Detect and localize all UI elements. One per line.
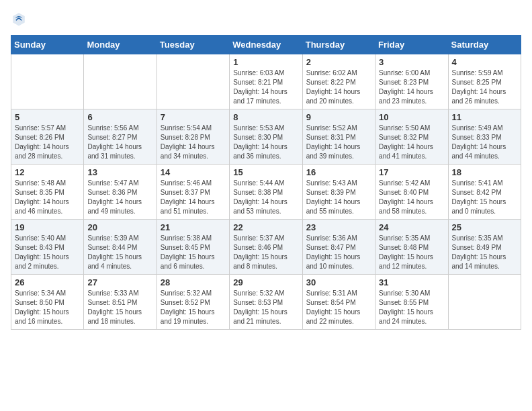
calendar-cell: 14Sunrise: 5:46 AM Sunset: 8:37 PM Dayli… (157, 165, 229, 220)
calendar-cell: 29Sunrise: 5:32 AM Sunset: 8:53 PM Dayli… (230, 275, 302, 330)
day-info: Sunrise: 5:40 AM Sunset: 8:43 PM Dayligh… (15, 234, 80, 271)
day-info: Sunrise: 5:43 AM Sunset: 8:39 PM Dayligh… (306, 179, 371, 216)
calendar-cell: 19Sunrise: 5:40 AM Sunset: 8:43 PM Dayli… (11, 220, 84, 275)
day-number: 26 (15, 277, 80, 287)
day-number: 24 (379, 222, 444, 232)
logo (11, 11, 30, 27)
day-number: 29 (233, 277, 298, 287)
day-number: 6 (87, 112, 152, 122)
calendar-cell: 17Sunrise: 5:42 AM Sunset: 8:40 PM Dayli… (375, 165, 448, 220)
calendar-cell: 5Sunrise: 5:57 AM Sunset: 8:26 PM Daylig… (11, 109, 84, 165)
day-info: Sunrise: 5:32 AM Sunset: 8:53 PM Dayligh… (233, 289, 298, 326)
calendar-header-row: SundayMondayTuesdayWednesdayThursdayFrid… (11, 36, 521, 54)
day-info: Sunrise: 5:52 AM Sunset: 8:31 PM Dayligh… (306, 124, 371, 161)
day-info: Sunrise: 5:46 AM Sunset: 8:37 PM Dayligh… (161, 179, 226, 216)
day-number: 15 (233, 167, 298, 177)
day-number: 11 (452, 112, 517, 122)
day-number: 7 (161, 112, 226, 122)
calendar-cell: 24Sunrise: 5:35 AM Sunset: 8:48 PM Dayli… (375, 220, 448, 275)
day-info: Sunrise: 5:38 AM Sunset: 8:45 PM Dayligh… (161, 234, 226, 271)
weekday-header: Saturday (448, 36, 521, 54)
day-info: Sunrise: 5:39 AM Sunset: 8:44 PM Dayligh… (87, 234, 152, 271)
day-number: 12 (15, 167, 80, 177)
day-info: Sunrise: 6:03 AM Sunset: 8:21 PM Dayligh… (233, 68, 298, 106)
day-number: 3 (379, 57, 444, 67)
calendar-cell (448, 275, 521, 330)
calendar-week-row: 5Sunrise: 5:57 AM Sunset: 8:26 PM Daylig… (11, 109, 521, 165)
day-info: Sunrise: 5:54 AM Sunset: 8:28 PM Dayligh… (161, 124, 226, 161)
day-number: 18 (452, 167, 517, 177)
day-number: 14 (161, 167, 226, 177)
day-info: Sunrise: 5:42 AM Sunset: 8:40 PM Dayligh… (379, 179, 444, 216)
calendar-cell (157, 54, 229, 109)
calendar-week-row: 26Sunrise: 5:34 AM Sunset: 8:50 PM Dayli… (11, 275, 521, 330)
day-info: Sunrise: 6:00 AM Sunset: 8:23 PM Dayligh… (379, 68, 444, 106)
calendar-cell: 26Sunrise: 5:34 AM Sunset: 8:50 PM Dayli… (11, 275, 84, 330)
day-info: Sunrise: 5:31 AM Sunset: 8:54 PM Dayligh… (306, 289, 371, 326)
day-info: Sunrise: 5:34 AM Sunset: 8:50 PM Dayligh… (15, 289, 80, 326)
calendar-cell: 9Sunrise: 5:52 AM Sunset: 8:31 PM Daylig… (302, 109, 375, 165)
calendar-cell: 6Sunrise: 5:56 AM Sunset: 8:27 PM Daylig… (84, 109, 157, 165)
day-number: 22 (233, 222, 298, 232)
day-info: Sunrise: 5:50 AM Sunset: 8:32 PM Dayligh… (379, 124, 444, 161)
calendar-cell: 28Sunrise: 5:32 AM Sunset: 8:52 PM Dayli… (157, 275, 229, 330)
calendar-cell: 16Sunrise: 5:43 AM Sunset: 8:39 PM Dayli… (302, 165, 375, 220)
day-number: 9 (306, 112, 371, 122)
calendar-cell: 7Sunrise: 5:54 AM Sunset: 8:28 PM Daylig… (157, 109, 229, 165)
page-header (11, 11, 521, 27)
calendar-cell (11, 54, 84, 109)
day-number: 4 (452, 57, 517, 67)
calendar-cell: 12Sunrise: 5:48 AM Sunset: 8:35 PM Dayli… (11, 165, 84, 220)
day-info: Sunrise: 6:02 AM Sunset: 8:22 PM Dayligh… (306, 68, 371, 106)
day-number: 31 (379, 277, 444, 287)
weekday-header: Sunday (11, 36, 84, 54)
calendar-cell: 8Sunrise: 5:53 AM Sunset: 8:30 PM Daylig… (230, 109, 302, 165)
calendar-cell: 1Sunrise: 6:03 AM Sunset: 8:21 PM Daylig… (230, 54, 302, 109)
logo-icon (11, 11, 27, 27)
calendar-cell (84, 54, 157, 109)
day-info: Sunrise: 5:53 AM Sunset: 8:30 PM Dayligh… (233, 124, 298, 161)
day-number: 1 (233, 57, 298, 67)
calendar-cell: 30Sunrise: 5:31 AM Sunset: 8:54 PM Dayli… (302, 275, 375, 330)
day-number: 21 (161, 222, 226, 232)
day-number: 10 (379, 112, 444, 122)
calendar-cell: 13Sunrise: 5:47 AM Sunset: 8:36 PM Dayli… (84, 165, 157, 220)
weekday-header: Wednesday (230, 36, 302, 54)
calendar-cell: 10Sunrise: 5:50 AM Sunset: 8:32 PM Dayli… (375, 109, 448, 165)
day-info: Sunrise: 5:30 AM Sunset: 8:55 PM Dayligh… (379, 289, 444, 326)
day-number: 28 (161, 277, 226, 287)
day-number: 5 (15, 112, 80, 122)
calendar-cell: 2Sunrise: 6:02 AM Sunset: 8:22 PM Daylig… (302, 54, 375, 109)
day-info: Sunrise: 5:47 AM Sunset: 8:36 PM Dayligh… (87, 179, 152, 216)
day-info: Sunrise: 5:59 AM Sunset: 8:25 PM Dayligh… (452, 68, 517, 106)
calendar-cell: 31Sunrise: 5:30 AM Sunset: 8:55 PM Dayli… (375, 275, 448, 330)
day-info: Sunrise: 5:48 AM Sunset: 8:35 PM Dayligh… (15, 179, 80, 216)
calendar-cell: 21Sunrise: 5:38 AM Sunset: 8:45 PM Dayli… (157, 220, 229, 275)
calendar-cell: 23Sunrise: 5:36 AM Sunset: 8:47 PM Dayli… (302, 220, 375, 275)
calendar-week-row: 19Sunrise: 5:40 AM Sunset: 8:43 PM Dayli… (11, 220, 521, 275)
day-info: Sunrise: 5:33 AM Sunset: 8:51 PM Dayligh… (87, 289, 152, 326)
day-number: 2 (306, 57, 371, 67)
day-number: 8 (233, 112, 298, 122)
calendar-cell: 20Sunrise: 5:39 AM Sunset: 8:44 PM Dayli… (84, 220, 157, 275)
day-info: Sunrise: 5:37 AM Sunset: 8:46 PM Dayligh… (233, 234, 298, 271)
calendar-cell: 25Sunrise: 5:35 AM Sunset: 8:49 PM Dayli… (448, 220, 521, 275)
calendar-cell: 15Sunrise: 5:44 AM Sunset: 8:38 PM Dayli… (230, 165, 302, 220)
day-info: Sunrise: 5:56 AM Sunset: 8:27 PM Dayligh… (87, 124, 152, 161)
calendar-cell: 11Sunrise: 5:49 AM Sunset: 8:33 PM Dayli… (448, 109, 521, 165)
day-number: 23 (306, 222, 371, 232)
day-number: 27 (87, 277, 152, 287)
day-number: 20 (87, 222, 152, 232)
svg-marker-0 (13, 13, 25, 26)
day-info: Sunrise: 5:44 AM Sunset: 8:38 PM Dayligh… (233, 179, 298, 216)
day-info: Sunrise: 5:57 AM Sunset: 8:26 PM Dayligh… (15, 124, 80, 161)
day-number: 25 (452, 222, 517, 232)
calendar-cell: 22Sunrise: 5:37 AM Sunset: 8:46 PM Dayli… (230, 220, 302, 275)
calendar-cell: 4Sunrise: 5:59 AM Sunset: 8:25 PM Daylig… (448, 54, 521, 109)
day-info: Sunrise: 5:35 AM Sunset: 8:48 PM Dayligh… (379, 234, 444, 271)
calendar-week-row: 12Sunrise: 5:48 AM Sunset: 8:35 PM Dayli… (11, 165, 521, 220)
weekday-header: Tuesday (157, 36, 229, 54)
calendar-table: SundayMondayTuesdayWednesdayThursdayFrid… (11, 35, 521, 330)
day-number: 17 (379, 167, 444, 177)
day-info: Sunrise: 5:36 AM Sunset: 8:47 PM Dayligh… (306, 234, 371, 271)
